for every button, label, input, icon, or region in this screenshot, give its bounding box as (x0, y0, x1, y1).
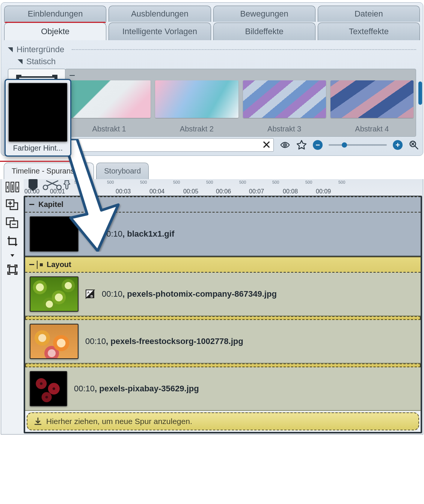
crop-icon[interactable] (4, 235, 21, 247)
tab-bildeffekte[interactable]: Bildeffekte (213, 23, 315, 40)
new-track-drop-zone[interactable]: Hierher ziehen, um neue Spur anzulegen. (27, 412, 419, 430)
collapse-triangle-icon (8, 47, 13, 52)
top-tab-row-2: Objekte Intelligente Vorlagen Bildeffekt… (1, 22, 423, 40)
thumb-abstrakt-4[interactable]: Abstrakt 4 (330, 80, 413, 133)
svg-line-4 (415, 146, 418, 149)
divider (37, 261, 38, 269)
ruler-mini: 500 (140, 180, 147, 184)
track-separator (25, 316, 421, 320)
subsection-title: Statisch (26, 57, 56, 66)
ruler-mini: 500 (206, 180, 213, 184)
clip-duration: 00:10 (102, 289, 122, 299)
collapse-minus-icon[interactable]: − (29, 199, 35, 210)
ruler-mini: 500 (338, 180, 345, 184)
ruler-mini: 500 (239, 180, 246, 184)
clip-duration: 00:10 (85, 337, 106, 346)
clip-filename: pexels-freestocksorg-1002778.jpg (110, 337, 243, 346)
thumb-caption: Abstrakt 4 (330, 125, 413, 133)
clip-label: 00:10, pexels-photomix-company-867349.jp… (102, 289, 277, 299)
tab-objekte[interactable]: Objekte (4, 23, 106, 40)
ruler-label: 00:04 (149, 188, 164, 195)
layout-label: Layout (47, 260, 71, 269)
clip-thumbnail (30, 324, 78, 359)
dragged-thumbnail[interactable]: Farbiger Hint... (5, 79, 71, 157)
track-separator (25, 364, 421, 367)
thumb-preview (155, 80, 238, 118)
clip-cherry[interactable]: 00:10, pexels-pixabay-35629.jpg (25, 367, 421, 411)
clip-label: 00:10, pexels-pixabay-35629.jpg (74, 384, 199, 394)
clip-citrus[interactable]: 00:10, pexels-freestocksorg-1002778.jpg (25, 320, 421, 364)
section-title: Hintergründe (17, 45, 64, 54)
eye-icon[interactable] (280, 140, 290, 149)
svg-text:B: B (91, 294, 93, 298)
layout-track-header[interactable]: − Layout (25, 256, 421, 273)
svg-rect-20 (9, 267, 15, 273)
thumb-abstrakt-2[interactable]: Abstrakt 2 (155, 80, 238, 133)
tab-intelligente-vorlagen[interactable]: Intelligente Vorlagen (109, 23, 211, 40)
tab-einblendungen[interactable]: Einblendungen (4, 6, 106, 22)
zoom-slider[interactable] (329, 144, 387, 146)
section-hintergruende[interactable]: Hintergründe (8, 42, 416, 57)
collapse-minus-icon[interactable]: − (29, 259, 35, 270)
clip-filename: black1x1.gif (127, 229, 174, 238)
tab-dateien[interactable]: Dateien (318, 6, 420, 22)
clip-thumbnail (30, 276, 78, 312)
ruler-label: 00:06 (216, 188, 231, 195)
dot-icon (40, 263, 43, 266)
collapse-triangle-icon (18, 59, 23, 64)
slider-knob[interactable] (342, 142, 347, 148)
clip-kiwi[interactable]: A B 00:10, pexels-photomix-company-86734… (25, 273, 421, 316)
scrollbar-thumb[interactable] (418, 81, 422, 105)
thumb-preview (330, 80, 413, 118)
remove-back-icon[interactable] (4, 217, 21, 229)
thumb-preview (243, 80, 326, 118)
tab-ausblendungen[interactable]: Ausblendungen (109, 6, 211, 22)
star-icon[interactable] (296, 140, 307, 150)
clip-filename: pexels-pixabay-35629.jpg (99, 384, 199, 393)
tab-texteffekte[interactable]: Texteffekte (318, 23, 420, 40)
thumb-preview (68, 80, 151, 118)
magnifier-reset-icon[interactable] (409, 139, 419, 151)
playhead-line (33, 179, 33, 434)
ruler-label: 00:07 (249, 188, 264, 195)
download-arrow-icon (33, 417, 42, 426)
svg-point-2 (284, 144, 286, 146)
thumb-caption: Abstrakt 2 (155, 125, 238, 133)
ab-badge-icon: A B (85, 289, 95, 299)
thumb-caption: Abstrakt 3 (243, 125, 326, 133)
top-tab-row-1: Einblendungen Ausblendungen Bewegungen D… (1, 3, 423, 22)
svg-text:A: A (87, 291, 90, 294)
drop-hint-text: Hierher ziehen, um neue Spur anzulegen. (46, 417, 192, 426)
zoom-in-button[interactable]: + (393, 140, 403, 150)
tab-bewegungen[interactable]: Bewegungen (213, 6, 315, 22)
ruler-mini: 500 (173, 180, 180, 184)
clip-label: 00:10, pexels-freestocksorg-1002778.jpg (85, 337, 243, 346)
timeline-tool-column (1, 179, 24, 434)
subsection-statisch[interactable]: Statisch (8, 57, 416, 66)
abstract-group: − Abstrakt 1 Abstrakt 2 Abstrakt 3 Abstr… (65, 69, 416, 137)
section-divider (72, 49, 416, 50)
ruler-label: 00:00 (24, 188, 39, 195)
thumb-caption: Abstrakt 1 (68, 125, 151, 133)
dragged-thumbnail-caption: Farbiger Hint... (6, 143, 70, 155)
zoom-out-button[interactable]: − (313, 140, 323, 150)
more-triangle-icon[interactable] (4, 253, 21, 258)
clip-filename: pexels-photomix-company-867349.jpg (127, 289, 277, 299)
arrange-tracks-icon[interactable] (4, 181, 21, 193)
clip-thumbnail (30, 371, 67, 406)
fit-frame-icon[interactable] (4, 263, 21, 276)
clear-search-icon[interactable]: ✕ (260, 139, 273, 151)
ruler-mini: 500 (272, 180, 279, 184)
vertical-scrollbar[interactable] (418, 81, 422, 118)
ruler-label: 00:05 (183, 188, 198, 195)
ruler-label: 00:09 (316, 188, 331, 195)
dragged-thumbnail-preview (9, 83, 67, 142)
add-front-icon[interactable] (4, 199, 21, 211)
thumb-abstrakt-1[interactable]: Abstrakt 1 (68, 80, 151, 133)
ruler-label: 00:08 (283, 188, 298, 195)
ruler-mini: 500 (305, 180, 312, 184)
clip-duration: 00:10 (74, 384, 95, 393)
thumb-abstrakt-3[interactable]: Abstrakt 3 (243, 80, 326, 133)
